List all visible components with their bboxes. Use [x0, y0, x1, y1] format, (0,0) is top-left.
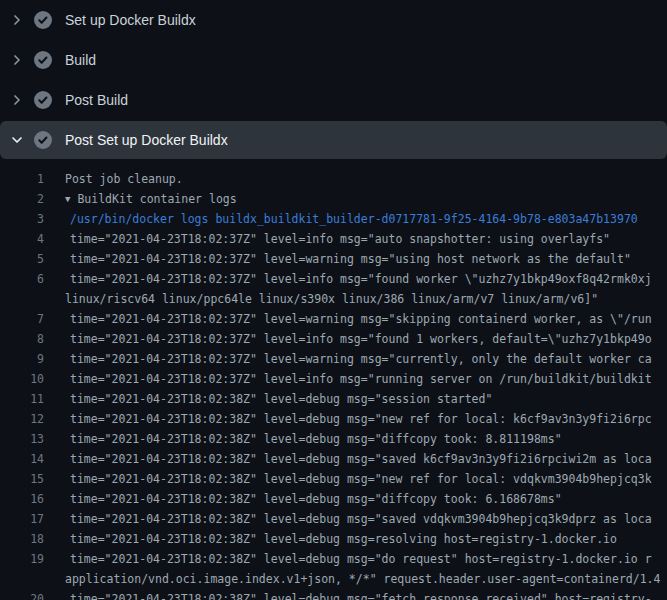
- step-row-set-up-docker-buildx[interactable]: Set up Docker Buildx: [0, 0, 667, 40]
- log-line-text: time="2021-04-23T18:02:38Z" level=debug …: [70, 409, 652, 429]
- check-circle-icon: [34, 91, 52, 109]
- step-label: Build: [65, 52, 96, 68]
- log-line-number[interactable]: 1: [0, 169, 44, 189]
- log-line: 3 /usr/bin/docker logs buildx_buildkit_b…: [0, 209, 667, 229]
- log-line-text: time="2021-04-23T18:02:37Z" level=info m…: [70, 269, 652, 289]
- step-list: Set up Docker Buildx Build Post Build: [0, 0, 667, 159]
- log-line-number[interactable]: 13: [0, 429, 44, 449]
- log-line-text: application/vnd.oci.image.index.v1+json,…: [65, 569, 660, 589]
- step-row-post-set-up-docker-buildx[interactable]: Post Set up Docker Buildx: [0, 121, 667, 159]
- log-line-number[interactable]: 5: [0, 249, 44, 269]
- log-line: 20 time="2021-04-23T18:02:38Z" level=deb…: [0, 589, 667, 600]
- log-line: 2 ▼ BuildKit container logs: [0, 189, 667, 209]
- log-line-text: time="2021-04-23T18:02:38Z" level=debug …: [70, 549, 652, 569]
- log-line: 13 time="2021-04-23T18:02:38Z" level=deb…: [0, 429, 667, 449]
- check-circle-icon: [34, 11, 52, 29]
- log-lines: 1 Post job cleanup. 2 ▼ BuildKit contain…: [0, 160, 667, 600]
- check-circle-icon: [34, 131, 52, 149]
- log-line-text: time="2021-04-23T18:02:38Z" level=debug …: [70, 589, 652, 600]
- log-line-number[interactable]: 16: [0, 489, 44, 509]
- log-line-number[interactable]: 6: [0, 269, 44, 289]
- actions-log-viewer: Set up Docker Buildx Build Post Build: [0, 0, 667, 600]
- log-line-number[interactable]: [0, 289, 44, 309]
- log-line: 11 time="2021-04-23T18:02:38Z" level=deb…: [0, 389, 667, 409]
- log-line-number[interactable]: 9: [0, 349, 44, 369]
- step-row-build[interactable]: Build: [0, 40, 667, 80]
- log-group-toggle-icon[interactable]: ▼: [65, 189, 70, 209]
- log-line: 9 time="2021-04-23T18:02:37Z" level=warn…: [0, 349, 667, 369]
- check-circle-icon: [34, 51, 52, 69]
- log-line: 4 time="2021-04-23T18:02:37Z" level=info…: [0, 229, 667, 249]
- log-line-text: time="2021-04-23T18:02:38Z" level=debug …: [70, 389, 492, 409]
- log-line: 16 time="2021-04-23T18:02:38Z" level=deb…: [0, 489, 667, 509]
- log-line-number[interactable]: 4: [0, 229, 44, 249]
- log-line-text: time="2021-04-23T18:02:37Z" level=info m…: [70, 369, 652, 389]
- log-line-number[interactable]: 15: [0, 469, 44, 489]
- log-line-number[interactable]: 11: [0, 389, 44, 409]
- log-line-text: time="2021-04-23T18:02:38Z" level=debug …: [70, 509, 652, 529]
- chevron-right-icon: [9, 12, 25, 28]
- log-line-text: time="2021-04-23T18:02:37Z" level=warnin…: [70, 349, 652, 369]
- step-label: Post Build: [65, 92, 128, 108]
- log-line: linux/riscv64 linux/ppc64le linux/s390x …: [0, 289, 667, 309]
- log-line: 6 time="2021-04-23T18:02:37Z" level=info…: [0, 269, 667, 289]
- log-line-text: time="2021-04-23T18:02:37Z" level=info m…: [70, 329, 652, 349]
- log-line: 14 time="2021-04-23T18:02:38Z" level=deb…: [0, 449, 667, 469]
- log-line-number[interactable]: 10: [0, 369, 44, 389]
- log-line-number[interactable]: 19: [0, 549, 44, 569]
- log-line: 15 time="2021-04-23T18:02:38Z" level=deb…: [0, 469, 667, 489]
- log-line: 5 time="2021-04-23T18:02:37Z" level=warn…: [0, 249, 667, 269]
- log-line: 1 Post job cleanup.: [0, 169, 667, 189]
- log-line-number[interactable]: [0, 569, 44, 589]
- log-line: 8 time="2021-04-23T18:02:37Z" level=info…: [0, 329, 667, 349]
- log-line-text: time="2021-04-23T18:02:37Z" level=warnin…: [70, 309, 652, 329]
- log-line: 17 time="2021-04-23T18:02:38Z" level=deb…: [0, 509, 667, 529]
- log-line-text: time="2021-04-23T18:02:38Z" level=debug …: [70, 429, 562, 449]
- log-line: 7 time="2021-04-23T18:02:37Z" level=warn…: [0, 309, 667, 329]
- log-line: application/vnd.oci.image.index.v1+json,…: [0, 569, 667, 589]
- log-line-number[interactable]: 20: [0, 589, 44, 600]
- log-line-number[interactable]: 12: [0, 409, 44, 429]
- chevron-down-icon: [9, 132, 25, 148]
- log-line-text: time="2021-04-23T18:02:38Z" level=debug …: [70, 469, 652, 489]
- log-line: 18 time="2021-04-23T18:02:38Z" level=deb…: [0, 529, 667, 549]
- log-line-number[interactable]: 2: [0, 189, 44, 209]
- log-line-text: time="2021-04-23T18:02:37Z" level=info m…: [70, 229, 610, 249]
- log-line-text: time="2021-04-23T18:02:38Z" level=debug …: [70, 489, 562, 509]
- chevron-right-icon: [9, 52, 25, 68]
- log-line-number[interactable]: 14: [0, 449, 44, 469]
- log-line-text: time="2021-04-23T18:02:37Z" level=warnin…: [70, 249, 631, 269]
- log-line-number[interactable]: 3: [0, 209, 44, 229]
- log-line-text: time="2021-04-23T18:02:38Z" level=debug …: [70, 529, 617, 549]
- step-label: Set up Docker Buildx: [65, 12, 196, 28]
- log-line-number[interactable]: 8: [0, 329, 44, 349]
- log-line-number[interactable]: 7: [0, 309, 44, 329]
- log-line-text: BuildKit container logs: [77, 189, 236, 209]
- log-line-text: /usr/bin/docker logs buildx_buildkit_bui…: [70, 209, 638, 229]
- step-label: Post Set up Docker Buildx: [65, 132, 228, 148]
- log-line: 19 time="2021-04-23T18:02:38Z" level=deb…: [0, 549, 667, 569]
- log-line-text: linux/riscv64 linux/ppc64le linux/s390x …: [65, 289, 598, 309]
- chevron-right-icon: [9, 92, 25, 108]
- log-line-text: time="2021-04-23T18:02:38Z" level=debug …: [70, 449, 652, 469]
- step-row-post-build[interactable]: Post Build: [0, 80, 667, 120]
- log-line-text: Post job cleanup.: [65, 169, 183, 189]
- log-line-number[interactable]: 18: [0, 529, 44, 549]
- log-line: 12 time="2021-04-23T18:02:38Z" level=deb…: [0, 409, 667, 429]
- log-line: 10 time="2021-04-23T18:02:37Z" level=inf…: [0, 369, 667, 389]
- log-line-number[interactable]: 17: [0, 509, 44, 529]
